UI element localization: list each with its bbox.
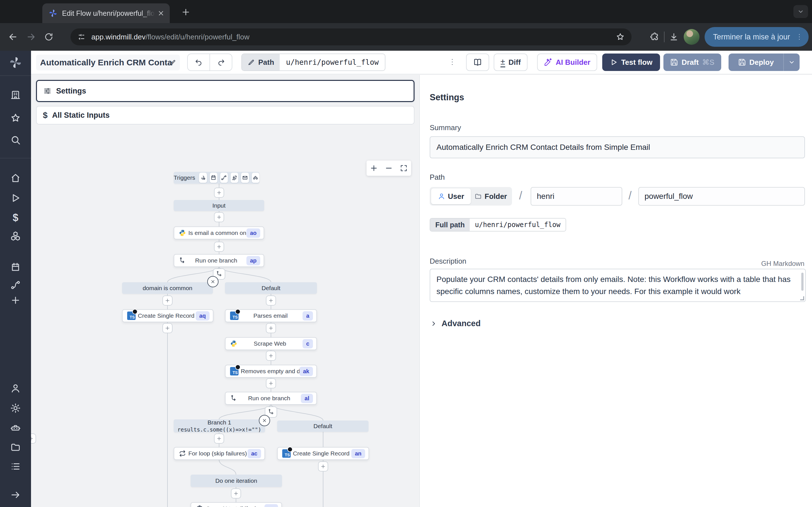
sidebar-item-runs[interactable]: [0, 193, 31, 203]
sidebar-item-home[interactable]: [0, 173, 31, 183]
step-node[interactable]: Run one branch al: [225, 392, 317, 405]
redo-button[interactable]: [210, 54, 232, 70]
add-step-button[interactable]: [214, 434, 224, 444]
advanced-toggle[interactable]: Advanced: [430, 319, 481, 328]
address-bar[interactable]: app.windmill.dev/flows/edit/u/henri/powe…: [70, 29, 631, 45]
sidebar-item-routes[interactable]: [0, 280, 31, 290]
scrollbar-thumb[interactable]: [801, 273, 804, 291]
deploy-button[interactable]: Deploy: [728, 54, 800, 71]
step-node[interactable]: Run one branch ap: [174, 254, 264, 267]
bookmark-star-icon[interactable]: [616, 33, 625, 41]
add-step-button[interactable]: [162, 295, 172, 305]
all-static-inputs-card[interactable]: $ All Static Inputs: [36, 106, 414, 124]
downloads-icon[interactable]: [669, 32, 679, 42]
sidebar-item-add[interactable]: [0, 295, 31, 305]
triggers-node[interactable]: Triggers: [174, 172, 259, 184]
add-step-button[interactable]: [266, 295, 276, 305]
branch-header-node[interactable]: Default: [225, 282, 317, 294]
test-flow-button[interactable]: Test flow: [602, 54, 660, 71]
plus-icon: [370, 164, 378, 172]
remove-branch-button[interactable]: [259, 415, 270, 426]
add-step-button[interactable]: [318, 461, 328, 471]
new-tab-button[interactable]: [181, 7, 191, 17]
step-node[interactable]: Open AI to tell if relevant result ae: [191, 502, 282, 507]
summary-input[interactable]: Automatically Enrich CRM Contact Details…: [430, 136, 805, 158]
websocket-trigger-icon[interactable]: [231, 173, 238, 183]
step-node[interactable]: TS Parses email a: [225, 309, 317, 322]
flow-settings-card[interactable]: Settings: [36, 80, 414, 102]
email-trigger-icon[interactable]: [241, 173, 249, 183]
owner-input[interactable]: henri: [530, 187, 622, 206]
sidebar-item-schedules[interactable]: [0, 262, 31, 273]
forward-button[interactable]: [26, 32, 36, 42]
step-node[interactable]: For loop (skip failures) ac: [174, 447, 265, 460]
do-one-iteration-node[interactable]: Do one iteration: [191, 474, 282, 487]
flow-editor-header: Automatically Enrich CRM Contact Path u/…: [31, 51, 812, 74]
branch-header-node[interactable]: domain is common: [122, 282, 213, 294]
sidebar-item-variables[interactable]: $: [0, 212, 31, 224]
add-step-button[interactable]: [214, 212, 224, 222]
step-node[interactable]: TS Create Single Record (Airtable) aq: [122, 309, 213, 322]
zoom-out-button[interactable]: [382, 161, 396, 176]
resize-handle[interactable]: [800, 296, 804, 300]
step-node[interactable]: TS Create Single Record (Airtable) an: [277, 447, 369, 460]
schedule-trigger-icon[interactable]: [210, 173, 217, 183]
sidebar-item-favorites[interactable]: [0, 113, 31, 123]
back-button[interactable]: [8, 32, 18, 42]
sidebar-item-users[interactable]: [0, 383, 31, 394]
extensions-icon[interactable]: [650, 32, 659, 42]
markdown-hint: GH Markdown: [761, 260, 804, 268]
windmill-logo[interactable]: [0, 56, 31, 69]
flow-path-chip[interactable]: Path u/henri/powerful_flow: [241, 54, 386, 71]
deploy-dropdown[interactable]: [784, 59, 800, 66]
toggle-folder[interactable]: Folder: [471, 188, 511, 204]
docs-button[interactable]: [466, 54, 489, 71]
sidebar-item-logs[interactable]: [0, 461, 31, 472]
save-draft-button[interactable]: Draft ⌘S: [663, 54, 721, 71]
step-node[interactable]: Is email a common one? ao: [174, 226, 264, 239]
toggle-user[interactable]: User: [431, 188, 471, 204]
add-step-button[interactable]: [214, 242, 224, 252]
add-step-button[interactable]: [214, 187, 224, 198]
sidebar-item-search[interactable]: [0, 135, 31, 145]
fit-view-button[interactable]: [396, 161, 411, 176]
flow-title-field[interactable]: Automatically Enrich CRM Contact: [36, 55, 180, 70]
add-step-button[interactable]: [231, 489, 241, 499]
sidebar-item-workers[interactable]: [0, 422, 31, 433]
site-settings-icon[interactable]: [77, 33, 86, 41]
flow-graph-canvas[interactable]: Triggers Input Is email a common one? ao…: [31, 124, 419, 507]
browser-update-button[interactable]: Terminer la mise à jour: [705, 27, 809, 47]
profile-avatar[interactable]: [684, 29, 700, 45]
flow-name-input[interactable]: powerful_flow: [638, 187, 805, 206]
sidebar-expand[interactable]: [0, 490, 31, 500]
undo-button[interactable]: [188, 54, 209, 70]
browser-menu-icon[interactable]: [795, 33, 804, 41]
more-options-icon[interactable]: [446, 55, 459, 69]
reload-button[interactable]: [44, 32, 54, 42]
sidebar-item-folders[interactable]: [0, 442, 31, 453]
zoom-in-button[interactable]: [366, 161, 382, 176]
sidebar-item-settings[interactable]: [0, 403, 31, 413]
browser-tab[interactable]: Edit Flow u/henri/powerful_flo: [42, 3, 170, 23]
step-node[interactable]: TS Removes empty and duplicates ak: [225, 365, 317, 378]
ai-builder-button[interactable]: AI Builder: [537, 54, 597, 71]
branch-header-node[interactable]: Branch 1 results.c.some((x)=>x!=""): [174, 419, 265, 432]
step-node[interactable]: Scrape Web c: [225, 337, 317, 350]
add-step-button[interactable]: [266, 351, 276, 361]
add-step-button[interactable]: [162, 323, 172, 333]
tab-close-icon[interactable]: [157, 10, 165, 17]
tab-search-button[interactable]: [794, 5, 808, 18]
sidebar-item-resources[interactable]: [0, 231, 31, 241]
remove-branch-button[interactable]: [207, 276, 218, 287]
branch-header-node[interactable]: Default: [277, 420, 368, 432]
kafka-trigger-icon[interactable]: [252, 173, 259, 183]
description-textarea[interactable]: Populate your CRM contacts' details from…: [430, 269, 806, 302]
add-step-button[interactable]: [31, 434, 36, 444]
sidebar-item-workspace[interactable]: [0, 90, 31, 100]
input-node[interactable]: Input: [174, 200, 264, 211]
http-route-trigger-icon[interactable]: [220, 173, 228, 183]
add-step-button[interactable]: [266, 378, 276, 388]
webhook-trigger-icon[interactable]: [199, 173, 207, 183]
diff-button[interactable]: ± Diff: [494, 54, 527, 71]
add-step-button[interactable]: [266, 323, 276, 333]
